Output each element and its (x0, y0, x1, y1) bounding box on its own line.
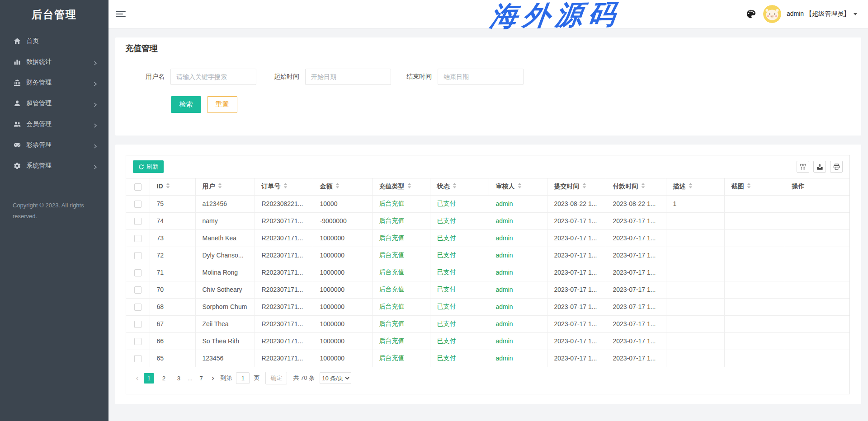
sidebar-item-lottery[interactable]: 彩票管理 (0, 135, 108, 155)
columns-filter-icon[interactable] (797, 161, 809, 173)
cell-auditor: admin (489, 264, 547, 281)
chevron-down-icon[interactable] (854, 13, 857, 15)
end-date-input[interactable] (438, 69, 524, 85)
sidebar-item-stats[interactable]: 数据统计 (0, 51, 108, 72)
pager-page[interactable]: 2 (159, 373, 169, 384)
table-card: 刷新 ID用户订单号金额充值类型状态审核人提交时间付款时间描述截图操作 75 (115, 145, 861, 404)
pager-prev-button[interactable]: ‹ (136, 374, 139, 382)
export-icon[interactable] (813, 161, 826, 173)
column-header-auditor[interactable]: 审核人 (489, 178, 547, 195)
sort-icon[interactable] (166, 182, 170, 191)
cell-submit_time: 2023-07-17 1... (547, 332, 606, 350)
row-checkbox[interactable] (134, 201, 142, 208)
current-user-label[interactable]: admin 【超级管理员】 (787, 10, 850, 18)
table-container: 刷新 ID用户订单号金额充值类型状态审核人提交时间付款时间描述截图操作 75 (126, 155, 850, 394)
home-icon (14, 37, 21, 45)
row-checkbox[interactable] (134, 252, 142, 259)
sort-icon[interactable] (335, 182, 340, 191)
row-checkbox[interactable] (134, 269, 142, 276)
reset-button[interactable]: 重置 (207, 96, 237, 113)
pager-next-button[interactable]: › (212, 374, 215, 382)
gear-icon (14, 162, 21, 169)
cell-desc (666, 350, 724, 367)
start-date-input[interactable] (305, 69, 391, 85)
column-header-screenshot[interactable]: 截图 (724, 178, 785, 195)
cell-order_no: R202307171... (255, 229, 313, 247)
column-header-id[interactable]: ID (150, 178, 195, 195)
column-header-label: 提交时间 (554, 182, 580, 190)
cell-screenshot (724, 332, 785, 350)
total-count-label: 共 70 条 (293, 374, 315, 382)
cell-amount: 1000000 (313, 298, 372, 315)
column-header-amount[interactable]: 金额 (313, 178, 372, 195)
sort-icon[interactable] (747, 182, 751, 191)
cell-action (785, 315, 849, 332)
pager-page[interactable]: 3 (174, 373, 184, 384)
column-header-status[interactable]: 状态 (430, 178, 489, 195)
cell-id: 71 (150, 264, 195, 281)
row-checkbox[interactable] (134, 338, 142, 345)
menu-toggle-icon[interactable] (116, 11, 126, 17)
column-header-pay_time[interactable]: 付款时间 (606, 178, 666, 195)
cell-pay_time: 2023-07-17 1... (606, 212, 666, 229)
chevron-right-icon (94, 143, 97, 147)
cell-desc (666, 264, 724, 281)
sort-icon[interactable] (453, 182, 457, 191)
chevron-right-icon (94, 122, 97, 126)
sort-icon[interactable] (283, 182, 288, 191)
username-input[interactable] (170, 69, 256, 85)
cell-order_no: R202307171... (255, 350, 313, 367)
pager-page-active[interactable]: 1 (144, 373, 154, 384)
cell-action (785, 350, 849, 367)
row-checkbox[interactable] (134, 304, 142, 311)
sidebar-item-home[interactable]: 首页 (0, 31, 108, 51)
refresh-button[interactable]: 刷新 (133, 160, 164, 173)
print-icon[interactable] (830, 161, 843, 173)
cell-user: a123456 (195, 195, 255, 212)
cell-pay_time: 2023-07-17 1... (606, 332, 666, 350)
cell-amount: -9000000 (313, 212, 372, 229)
column-header-user[interactable]: 用户 (195, 178, 255, 195)
cell-user: So Thea Rith (195, 332, 255, 350)
row-checkbox[interactable] (134, 286, 142, 294)
sort-icon[interactable] (518, 182, 522, 191)
sidebar-item-system[interactable]: 系统管理 (0, 155, 108, 176)
user-avatar[interactable] (763, 5, 781, 23)
goto-confirm-button[interactable]: 确定 (265, 372, 287, 384)
sidebar-item-label: 财务管理 (26, 79, 94, 87)
theme-palette-icon[interactable] (746, 9, 756, 19)
sort-icon[interactable] (218, 182, 222, 191)
sort-icon[interactable] (407, 182, 411, 191)
column-header-order_no[interactable]: 订单号 (255, 178, 313, 195)
cell-status: 已支付 (430, 281, 489, 298)
select-all-checkbox[interactable] (134, 183, 142, 191)
column-header-type[interactable]: 充值类型 (372, 178, 430, 195)
per-page-select[interactable]: 10 条/页 (320, 372, 351, 384)
cell-screenshot (724, 315, 785, 332)
row-checkbox[interactable] (134, 235, 142, 242)
pager-page[interactable]: 7 (196, 373, 207, 384)
cell-pay_time: 2023-08-22 1... (606, 195, 666, 212)
column-header-desc[interactable]: 描述 (666, 178, 724, 195)
row-checkbox[interactable] (134, 321, 142, 328)
table-row: 68Sorphorn ChumR202307171...1000000后台充值已… (126, 298, 849, 315)
search-button[interactable]: 检索 (171, 96, 201, 113)
page-unit-label: 页 (254, 374, 259, 382)
sort-icon[interactable] (641, 182, 645, 191)
column-header-submit_time[interactable]: 提交时间 (547, 178, 606, 195)
goto-page-input[interactable] (236, 372, 250, 384)
sidebar-item-finance[interactable]: 财务管理 (0, 72, 108, 93)
sidebar-item-member[interactable]: 会员管理 (0, 114, 108, 135)
cell-status: 已支付 (430, 195, 489, 212)
cell-action (785, 247, 849, 264)
cell-amount: 1000000 (313, 315, 372, 332)
row-checkbox[interactable] (134, 218, 142, 225)
cell-user: Maneth Kea (195, 229, 255, 247)
sort-icon[interactable] (582, 182, 586, 191)
cell-auditor: admin (489, 315, 547, 332)
row-checkbox[interactable] (134, 355, 142, 362)
sidebar-item-admin[interactable]: 超管管理 (0, 93, 108, 114)
cell-pay_time: 2023-07-17 1... (606, 350, 666, 367)
goto-label: 到第 (220, 374, 232, 382)
sort-icon[interactable] (689, 182, 693, 191)
